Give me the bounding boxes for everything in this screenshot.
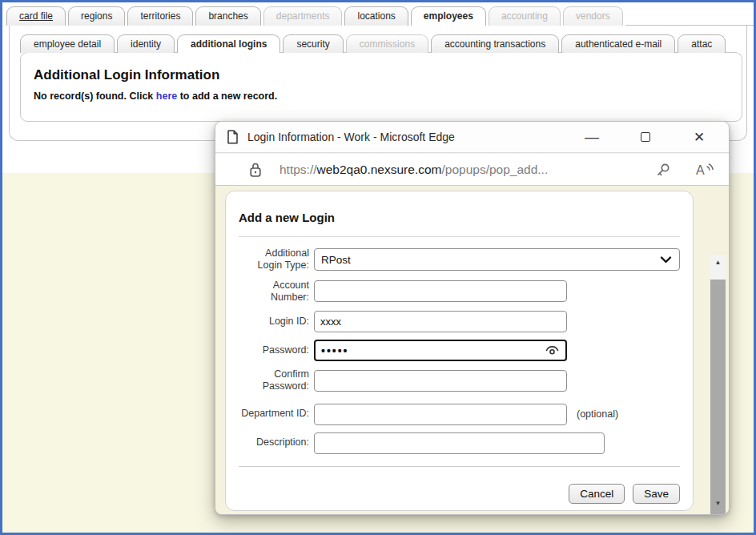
message-suffix: to add a new record. — [177, 91, 277, 102]
lock-icon — [249, 162, 262, 178]
url-path: /popups/pop_add... — [442, 163, 549, 176]
field-row-account-number: Account Number: — [239, 280, 680, 304]
login-type-value: RPost — [321, 254, 351, 266]
tab-vendors: vendors — [563, 6, 623, 26]
field-row-description: Description: — [239, 432, 680, 454]
confirm-password-label: Confirm Password: — [239, 368, 314, 393]
tab-card-file[interactable]: card file — [6, 6, 66, 26]
password-label: Password: — [239, 344, 314, 356]
svg-text:A: A — [696, 163, 705, 177]
password-field-wrapper — [314, 340, 567, 361]
minimize-button[interactable]: — — [574, 122, 609, 152]
app-window: card file regions territories branches d… — [0, 0, 756, 535]
secondary-tab-bar: employee detail identity additional logi… — [20, 34, 756, 53]
cancel-button[interactable]: Cancel — [569, 484, 625, 504]
field-row-login-type: Additional Login Type: RPost — [239, 247, 680, 272]
popup-titlebar[interactable]: Login Information - Work - Microsoft Edg… — [215, 122, 729, 153]
tab-commissions: commissions — [346, 34, 428, 53]
login-id-label: Login ID: — [239, 316, 314, 328]
url-text[interactable]: https://web2qa0.nexsure.com/popups/pop_a… — [279, 163, 548, 177]
add-record-link[interactable]: here — [156, 91, 177, 102]
password-input[interactable] — [314, 340, 567, 361]
no-records-message: No record(s) found. Click here to add a … — [34, 91, 277, 102]
tab-bar-edge-line — [625, 6, 754, 26]
tab-territories[interactable]: territories — [127, 6, 193, 26]
read-aloud-icon[interactable]: A — [694, 160, 715, 179]
scroll-down-arrow[interactable]: ▼ — [710, 497, 726, 509]
maximize-button[interactable] — [628, 122, 663, 152]
save-button[interactable]: Save — [633, 484, 680, 504]
edge-popup-window: Login Information - Work - Microsoft Edg… — [215, 121, 730, 515]
scroll-thumb[interactable] — [710, 280, 726, 515]
department-id-label: Department ID: — [239, 408, 314, 420]
maximize-icon — [641, 132, 650, 142]
page-document-icon — [227, 130, 239, 144]
login-id-input[interactable] — [314, 311, 567, 332]
divider — [239, 236, 680, 237]
url-domain: web2qa0.nexsure.com — [317, 163, 442, 176]
tab-identity[interactable]: identity — [117, 34, 175, 53]
field-row-password: Password: — [239, 340, 680, 361]
department-id-input[interactable] — [314, 404, 567, 425]
tab-employees[interactable]: employees — [411, 6, 486, 26]
tab-branches[interactable]: branches — [195, 6, 260, 26]
eye-icon[interactable] — [545, 344, 560, 356]
close-button[interactable]: ✕ — [682, 122, 717, 152]
tab-authenticated-email[interactable]: authenticated e-mail — [561, 34, 675, 53]
login-type-label: Additional Login Type: — [239, 247, 314, 272]
add-login-dialog: Add a new Login Additional Login Type: R… — [225, 191, 694, 511]
dialog-button-row: Cancel Save — [239, 484, 680, 504]
tab-regions[interactable]: regions — [68, 6, 125, 26]
key-icon[interactable] — [654, 161, 672, 179]
dialog-title: Add a new Login — [239, 211, 680, 224]
divider — [239, 466, 680, 467]
tab-additional-logins[interactable]: additional logins — [177, 34, 280, 53]
description-input[interactable] — [314, 432, 605, 454]
tab-locations[interactable]: locations — [344, 6, 408, 26]
primary-tab-bar: card file regions territories branches d… — [6, 6, 754, 26]
page-title: Additional Login Information — [34, 67, 219, 83]
field-row-confirm-password: Confirm Password: — [239, 368, 680, 393]
tab-departments: departments — [263, 6, 343, 26]
account-number-input[interactable] — [314, 280, 567, 302]
description-label: Description: — [239, 436, 314, 449]
optional-note: (optional) — [577, 408, 618, 420]
chevron-down-icon — [660, 255, 672, 264]
tab-accounting-transactions[interactable]: accounting transactions — [431, 34, 559, 53]
popup-window-title: Login Information - Work - Microsoft Edg… — [247, 131, 455, 143]
scroll-up-arrow[interactable]: ▲ — [710, 255, 726, 268]
message-prefix: No record(s) found. Click — [34, 91, 156, 102]
tab-attachments-clipped[interactable]: attac — [678, 34, 726, 53]
account-number-label: Account Number: — [239, 280, 314, 304]
tab-accounting: accounting — [489, 6, 561, 26]
field-row-department-id: Department ID: (optional) — [239, 404, 680, 425]
tab-security[interactable]: security — [283, 34, 343, 53]
address-bar[interactable]: https://web2qa0.nexsure.com/popups/pop_a… — [215, 154, 729, 186]
confirm-password-input[interactable] — [314, 370, 567, 392]
login-type-select[interactable]: RPost — [314, 248, 680, 271]
url-scheme: https:// — [279, 163, 317, 176]
popup-content: Add a new Login Additional Login Type: R… — [215, 187, 729, 514]
additional-logins-panel: Additional Login Information No record(s… — [20, 52, 742, 122]
tab-employee-detail[interactable]: employee detail — [20, 34, 115, 53]
popup-scrollbar[interactable]: ▲ ▼ — [710, 255, 726, 510]
field-row-login-id: Login ID: — [239, 311, 680, 332]
